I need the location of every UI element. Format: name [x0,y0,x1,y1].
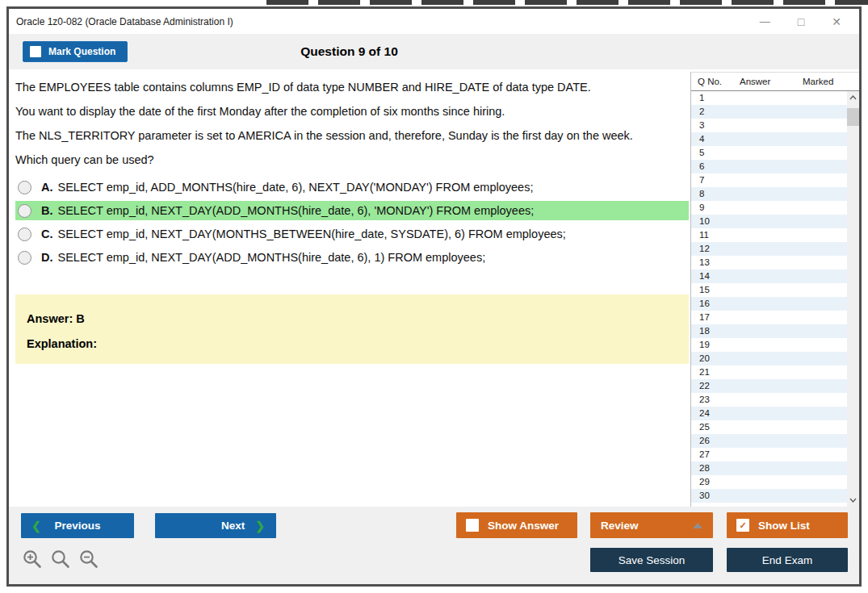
chevron-left-icon: ❮ [31,520,41,532]
review-label: Review [601,520,639,532]
question-list-row[interactable]: 9 [691,201,847,215]
close-icon[interactable]: ✕ [832,16,841,27]
question-list-row[interactable]: 18 [691,324,847,338]
end-exam-button[interactable]: End Exam [727,548,848,572]
option-text: SELECT emp_id, NEXT_DAY(ADD_MONTHS(hire_… [58,251,486,264]
content-area: The EMPLOYEES table contains columns EMP… [9,69,859,507]
question-list-row[interactable]: 4 [691,132,847,146]
question-list: Q No. Answer Marked 12345678910111213141… [690,72,859,507]
next-button[interactable]: Next ❯ [155,513,276,538]
question-list-row[interactable]: 15 [691,283,847,297]
question-list-rows: 1234567891011121314151617181920212223242… [691,91,847,507]
answer-option-b[interactable]: B.SELECT emp_id, NEXT_DAY(ADD_MONTHS(hir… [15,201,689,220]
question-paragraph: Which query can be used? [15,153,690,167]
question-number: 13 [699,257,710,267]
question-list-row[interactable]: 11 [691,228,847,242]
question-header-band: Mark Question Question 9 of 10 [9,34,859,69]
option-text: SELECT emp_id, NEXT_DAY(ADD_MONTHS(hire_… [58,204,535,217]
question-list-row[interactable]: 1 [691,91,847,105]
question-list-row[interactable]: 19 [691,338,847,352]
question-number: 18 [699,326,710,336]
question-list-row[interactable]: 28 [691,461,847,475]
save-session-button[interactable]: Save Session [590,548,713,572]
question-number: 1 [699,93,704,102]
question-list-row[interactable]: 21 [691,365,847,379]
question-list-row[interactable]: 26 [691,434,847,448]
question-number: 16 [699,299,710,308]
question-list-row[interactable]: 27 [691,448,847,461]
scroll-down-icon[interactable] [847,494,859,507]
option-radio[interactable] [18,204,31,218]
review-dropdown-button[interactable]: Review [590,512,713,538]
answer-explanation-box: Answer: B Explanation: [15,294,689,364]
show-list-button[interactable]: ✓ Show List [727,512,848,538]
question-list-row[interactable]: 25 [691,420,847,434]
question-number: 9 [699,203,704,212]
question-list-row[interactable]: 16 [691,297,847,311]
chevron-right-icon: ❯ [255,520,265,532]
question-list-scrollbar[interactable] [847,91,859,507]
question-number: 26 [699,436,710,445]
column-header-qno: Q No. [691,77,740,86]
scrollbar-thumb[interactable] [847,108,859,126]
question-number: 25 [699,422,710,432]
question-number: 2 [699,106,704,116]
chevron-up-icon [693,523,702,528]
footer-bar: ❮ Previous Next ❯ [9,507,859,584]
exam-window: Oracle 1z0-082 (Oracle Database Administ… [6,6,862,587]
question-number: 6 [699,161,704,171]
question-number: 14 [699,271,710,281]
show-list-checkbox[interactable]: ✓ [736,519,749,532]
answer-option-d[interactable]: D.SELECT emp_id, NEXT_DAY(ADD_MONTHS(hir… [15,248,689,267]
previous-label: Previous [54,520,100,532]
column-header-answer: Answer [740,77,803,86]
question-list-row[interactable]: 7 [691,173,847,187]
answer-text: Answer: B [27,312,689,325]
question-number: 8 [699,189,704,198]
minimize-icon[interactable]: — [760,16,770,27]
checkmark-icon: ✓ [739,520,746,531]
question-number: 5 [699,148,704,157]
question-number: 29 [699,477,710,487]
question-list-row[interactable]: 13 [691,256,847,269]
question-list-row[interactable]: 8 [691,187,847,201]
question-list-row[interactable]: 3 [691,119,847,132]
maximize-icon[interactable]: □ [798,16,804,27]
question-list-row[interactable]: 6 [691,160,847,173]
question-list-row[interactable]: 20 [691,352,847,365]
zoom-reset-icon[interactable] [50,549,71,570]
question-list-row[interactable]: 10 [691,215,847,228]
question-list-row[interactable]: 24 [691,407,847,420]
answer-option-c[interactable]: C.SELECT emp_id, NEXT_DAY(MONTHS_BETWEEN… [15,224,689,244]
option-radio[interactable] [18,181,31,194]
question-list-row[interactable]: 5 [691,146,847,160]
question-list-row[interactable]: 2 [691,105,847,119]
question-list-row[interactable]: 30 [691,489,847,503]
question-list-body: 1234567891011121314151617181920212223242… [691,91,859,507]
question-number: 17 [699,312,710,322]
zoom-out-icon[interactable] [78,549,99,570]
question-number: 24 [699,408,710,418]
question-number: 28 [699,463,710,473]
scroll-up-icon[interactable] [847,91,859,104]
zoom-in-icon[interactable] [22,549,43,570]
question-list-row[interactable]: 22 [691,379,847,393]
show-answer-button[interactable]: Show Answer [456,512,577,538]
option-radio[interactable] [18,251,31,265]
question-number: 19 [699,340,710,349]
question-paragraph: The EMPLOYEES table contains columns EMP… [15,81,690,94]
question-list-row[interactable]: 17 [691,311,847,324]
previous-button[interactable]: ❮ Previous [21,513,134,538]
question-list-row[interactable]: 23 [691,393,847,407]
option-letter: A. [41,181,53,194]
question-list-row[interactable]: 29 [691,475,847,489]
question-number: 21 [699,367,710,377]
question-number: 12 [699,244,710,253]
answer-option-a[interactable]: A.SELECT emp_id, ADD_MONTHS(hire_date, 6… [15,177,689,197]
option-radio[interactable] [18,228,31,241]
question-number: 3 [699,120,704,130]
question-list-row[interactable]: 12 [691,242,847,256]
question-list-row[interactable]: 14 [691,269,847,283]
window-title: Oracle 1z0-082 (Oracle Database Administ… [16,16,233,27]
show-answer-checkbox[interactable] [466,519,479,532]
